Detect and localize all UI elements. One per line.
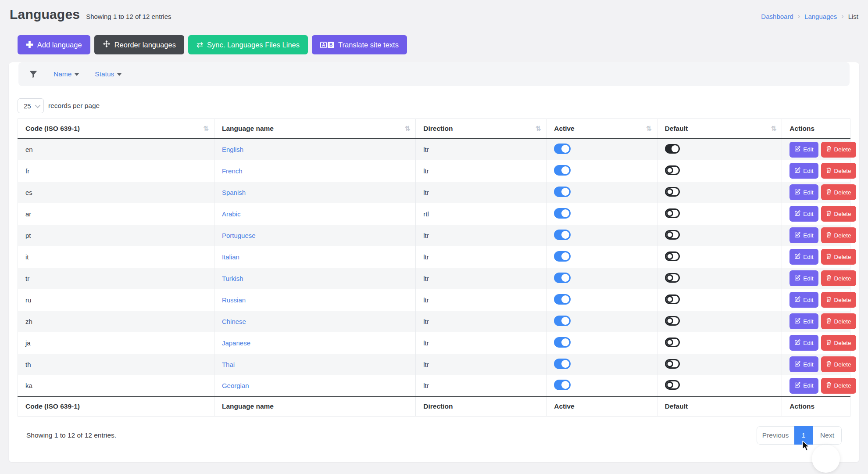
active-toggle[interactable] xyxy=(554,165,571,176)
active-toggle[interactable] xyxy=(554,316,571,326)
header-code[interactable]: Code (ISO 639-1)⇅ xyxy=(18,119,214,139)
edit-button[interactable]: Edit xyxy=(789,292,818,308)
delete-button[interactable]: Delete xyxy=(821,356,856,372)
sort-icon[interactable]: ⇅ xyxy=(536,125,541,133)
sort-icon[interactable]: ⇅ xyxy=(405,125,411,133)
language-name-link[interactable]: Georgian xyxy=(222,382,249,389)
chevron-down-icon xyxy=(35,102,41,108)
direction-value: ltr xyxy=(423,339,429,347)
breadcrumb-languages[interactable]: Languages xyxy=(804,13,837,20)
language-name-link[interactable]: Turkish xyxy=(222,275,243,282)
records-per-page: 25 records per page xyxy=(18,98,850,113)
active-toggle[interactable] xyxy=(554,187,571,197)
sort-icon[interactable]: ⇅ xyxy=(203,125,209,133)
active-toggle[interactable] xyxy=(554,359,571,369)
language-name-link[interactable]: Arabic xyxy=(222,210,241,218)
edit-button[interactable]: Edit xyxy=(789,313,818,329)
edit-button[interactable]: Edit xyxy=(789,335,818,351)
per-page-select[interactable]: 25 xyxy=(18,98,44,113)
edit-button[interactable]: Edit xyxy=(789,163,818,179)
default-toggle[interactable] xyxy=(665,187,680,197)
edit-button[interactable]: Edit xyxy=(789,270,818,286)
delete-button[interactable]: Delete xyxy=(821,206,856,222)
delete-button[interactable]: Delete xyxy=(821,227,856,243)
language-name-link[interactable]: Italian xyxy=(222,253,239,261)
filter-name-dropdown[interactable]: Name xyxy=(54,70,79,78)
active-toggle[interactable] xyxy=(554,230,571,240)
active-toggle[interactable] xyxy=(554,208,571,219)
active-toggle[interactable] xyxy=(554,251,571,262)
edit-button[interactable]: Edit xyxy=(789,249,818,265)
language-name-link[interactable]: Japanese xyxy=(222,339,250,347)
sort-icon[interactable]: ⇅ xyxy=(646,125,652,133)
language-name-link[interactable]: English xyxy=(222,146,243,153)
default-toggle[interactable] xyxy=(665,338,680,347)
add-language-button[interactable]: ✚ Add language xyxy=(18,35,90,54)
table-row: thThailtrEditDelete xyxy=(18,354,850,375)
language-name-link[interactable]: Spanish xyxy=(222,189,246,196)
direction-value: ltr xyxy=(423,253,429,261)
edit-button[interactable]: Edit xyxy=(789,227,818,243)
delete-button[interactable]: Delete xyxy=(821,313,856,329)
language-name-link[interactable]: French xyxy=(222,167,243,175)
sort-icon[interactable]: ⇅ xyxy=(771,125,777,133)
delete-button[interactable]: Delete xyxy=(821,335,856,351)
language-name-link[interactable]: Thai xyxy=(222,361,235,368)
language-code: es xyxy=(25,189,32,196)
active-toggle[interactable] xyxy=(554,380,571,390)
trash-icon xyxy=(826,318,832,325)
edit-button[interactable]: Edit xyxy=(789,184,818,200)
default-toggle[interactable] xyxy=(665,230,680,240)
active-toggle[interactable] xyxy=(554,337,571,348)
delete-button[interactable]: Delete xyxy=(821,184,856,200)
delete-button[interactable]: Delete xyxy=(821,163,856,179)
edit-button[interactable]: Edit xyxy=(789,142,818,158)
default-toggle[interactable] xyxy=(665,380,680,390)
default-toggle[interactable] xyxy=(665,144,680,154)
top-bar: Languages Showing 1 to 12 of 12 entries … xyxy=(0,0,868,22)
language-name-link[interactable]: Portuguese xyxy=(222,232,256,239)
trash-icon xyxy=(826,253,832,261)
trash-icon xyxy=(826,189,832,196)
default-toggle[interactable] xyxy=(665,316,680,326)
direction-value: ltr xyxy=(423,382,429,389)
direction-value: ltr xyxy=(423,167,429,175)
delete-button[interactable]: Delete xyxy=(821,292,856,308)
delete-button[interactable]: Delete xyxy=(821,378,856,394)
default-toggle[interactable] xyxy=(665,208,680,218)
delete-button[interactable]: Delete xyxy=(821,249,856,265)
pagination-next-button[interactable]: Next xyxy=(813,426,842,445)
edit-button[interactable]: Edit xyxy=(789,378,818,394)
floating-circle-button[interactable] xyxy=(812,445,840,473)
breadcrumb: Dashboard › Languages › List xyxy=(761,12,858,22)
header-direction[interactable]: Direction⇅ xyxy=(416,119,547,139)
delete-button[interactable]: Delete xyxy=(821,142,856,158)
pagination-previous-button[interactable]: Previous xyxy=(757,426,794,445)
sync-languages-button[interactable]: ⇄ Sync. Languages Files Lines xyxy=(188,35,308,54)
active-toggle[interactable] xyxy=(554,144,571,154)
translate-site-texts-button[interactable]: A B Translate site texts xyxy=(312,35,407,54)
header-language-name[interactable]: Language name⇅ xyxy=(214,119,415,139)
filter-status-dropdown[interactable]: Status xyxy=(95,70,121,78)
edit-pencil-icon xyxy=(794,146,800,153)
delete-button[interactable]: Delete xyxy=(821,270,856,286)
default-toggle[interactable] xyxy=(665,165,680,175)
default-toggle[interactable] xyxy=(665,294,680,304)
edit-button[interactable]: Edit xyxy=(789,206,818,222)
active-toggle[interactable] xyxy=(554,294,571,305)
languages-table: Code (ISO 639-1)⇅ Language name⇅ Directi… xyxy=(18,118,850,417)
default-toggle[interactable] xyxy=(665,251,680,261)
language-name-link[interactable]: Chinese xyxy=(222,318,246,325)
header-default[interactable]: Default⇅ xyxy=(657,119,782,139)
entries-summary: Showing 1 to 12 of 12 entries. xyxy=(26,431,116,439)
breadcrumb-dashboard[interactable]: Dashboard xyxy=(761,13,793,20)
trash-icon xyxy=(826,339,832,347)
default-toggle[interactable] xyxy=(665,273,680,283)
active-toggle[interactable] xyxy=(554,273,571,283)
edit-button[interactable]: Edit xyxy=(789,356,818,372)
default-toggle[interactable] xyxy=(665,359,680,369)
direction-value: ltr xyxy=(423,146,429,153)
reorder-languages-button[interactable]: Reorder languages xyxy=(94,35,184,54)
header-active[interactable]: Active⇅ xyxy=(547,119,657,139)
language-name-link[interactable]: Russian xyxy=(222,296,246,304)
